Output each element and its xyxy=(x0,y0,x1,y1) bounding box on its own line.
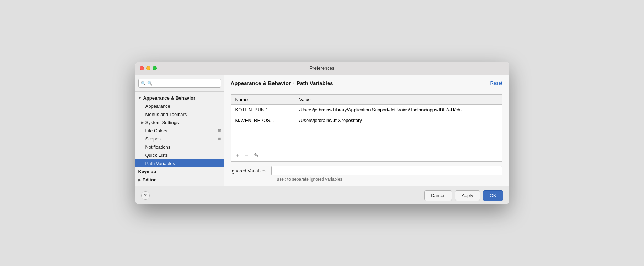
sidebar-item-label: Notifications xyxy=(145,144,171,150)
sidebar-item-label: Path Variables xyxy=(145,161,175,166)
table-toolbar: + − ✎ xyxy=(231,149,502,161)
main-panel: Appearance & Behavior › Path Variables R… xyxy=(224,75,509,186)
table-header: Name Value xyxy=(231,95,502,105)
copy-icon: ⊞ xyxy=(218,128,221,133)
cell-name: KOTLIN_BUND... xyxy=(231,105,295,115)
remove-variable-button[interactable]: − xyxy=(244,151,250,159)
ignored-variables-input[interactable] xyxy=(271,166,502,175)
cell-value: /Users/jetbrains/.m2/repository xyxy=(295,115,502,126)
expand-arrow-icon: ▼ xyxy=(138,96,142,100)
path-variables-table: Name Value KOTLIN_BUND... /Users/jetbrai… xyxy=(231,94,502,162)
table-area: Name Value KOTLIN_BUND... /Users/jetbrai… xyxy=(224,90,509,162)
sidebar-group-label: Keymap xyxy=(138,169,156,174)
search-wrapper: 🔍 xyxy=(138,79,221,88)
ignored-variables-section: Ignored Variables: use ; to separate ign… xyxy=(224,162,509,186)
sidebar-group-keymap[interactable]: Keymap xyxy=(135,167,224,176)
traffic-lights xyxy=(140,66,157,70)
sidebar-group-label: Appearance & Behavior xyxy=(143,95,195,101)
edit-variable-button[interactable]: ✎ xyxy=(252,151,260,159)
apply-button[interactable]: Apply xyxy=(455,190,480,201)
cancel-button[interactable]: Cancel xyxy=(424,190,452,201)
cell-name: MAVEN_REPOS... xyxy=(231,115,295,126)
copy-icon: ⊞ xyxy=(218,137,221,141)
close-button[interactable] xyxy=(140,66,144,70)
add-variable-button[interactable]: + xyxy=(235,151,241,159)
table-row[interactable]: MAVEN_REPOS... /Users/jetbrains/.m2/repo… xyxy=(231,115,502,126)
expand-arrow-icon: ▶ xyxy=(138,178,141,182)
sidebar-item-label: Quick Lists xyxy=(145,153,168,158)
sidebar-item-label: Scopes xyxy=(145,136,161,142)
search-icon: 🔍 xyxy=(141,81,146,86)
column-name-header: Name xyxy=(231,95,295,104)
sidebar-item-quick-lists[interactable]: Quick Lists xyxy=(135,151,224,159)
breadcrumb-current: Path Variables xyxy=(297,80,333,86)
ignored-variables-hint: use ; to separate ignored variables xyxy=(231,177,502,182)
sidebar-item-label: File Colors xyxy=(145,128,167,133)
sidebar-group-editor[interactable]: ▶ Editor xyxy=(135,176,224,184)
ignored-variables-label: Ignored Variables: xyxy=(231,168,268,174)
reset-button[interactable]: Reset xyxy=(490,80,502,86)
window-title: Preferences xyxy=(309,65,334,71)
sidebar-item-system-settings[interactable]: ▶ System Settings xyxy=(135,118,224,127)
preferences-window: Preferences 🔍 ▼ Appearance & Behavior Ap… xyxy=(135,62,509,204)
breadcrumb-arrow-icon: › xyxy=(293,80,294,86)
search-input[interactable] xyxy=(138,79,221,88)
sidebar-item-label: System Settings xyxy=(145,120,179,125)
panel-header: Appearance & Behavior › Path Variables R… xyxy=(224,75,509,90)
titlebar: Preferences xyxy=(135,62,509,75)
sidebar-item-menus-toolbars[interactable]: Menus and Toolbars xyxy=(135,110,224,118)
sidebar: 🔍 ▼ Appearance & Behavior Appearance Men… xyxy=(135,75,224,186)
minimize-button[interactable] xyxy=(146,66,150,70)
breadcrumb: Appearance & Behavior › Path Variables xyxy=(231,80,333,86)
sidebar-item-file-colors[interactable]: File Colors ⊞ xyxy=(135,127,224,135)
bottom-bar: ? Cancel Apply OK xyxy=(135,186,509,204)
sidebar-group-label: Editor xyxy=(143,177,156,182)
cell-value: /Users/jetbrains/Library/Application Sup… xyxy=(295,105,502,115)
help-button[interactable]: ? xyxy=(141,191,150,200)
ok-button[interactable]: OK xyxy=(483,190,503,201)
sidebar-item-path-variables[interactable]: Path Variables xyxy=(135,159,224,167)
sidebar-item-label: Appearance xyxy=(145,103,170,109)
sidebar-tree: ▼ Appearance & Behavior Appearance Menus… xyxy=(135,92,224,186)
sidebar-item-notifications[interactable]: Notifications xyxy=(135,143,224,151)
main-content: 🔍 ▼ Appearance & Behavior Appearance Men… xyxy=(135,75,509,186)
sidebar-item-label: Menus and Toolbars xyxy=(145,112,187,117)
breadcrumb-parent: Appearance & Behavior xyxy=(231,80,291,86)
expand-arrow-icon: ▶ xyxy=(141,121,144,124)
maximize-button[interactable] xyxy=(153,66,157,70)
table-body: KOTLIN_BUND... /Users/jetbrains/Library/… xyxy=(231,105,502,149)
sidebar-group-appearance-behavior[interactable]: ▼ Appearance & Behavior xyxy=(135,94,224,102)
ignored-row: Ignored Variables: xyxy=(231,166,502,175)
sidebar-item-scopes[interactable]: Scopes ⊞ xyxy=(135,135,224,143)
search-container: 🔍 xyxy=(135,75,224,92)
sidebar-item-appearance[interactable]: Appearance xyxy=(135,102,224,110)
column-value-header: Value xyxy=(295,95,502,104)
table-row[interactable]: KOTLIN_BUND... /Users/jetbrains/Library/… xyxy=(231,105,502,115)
